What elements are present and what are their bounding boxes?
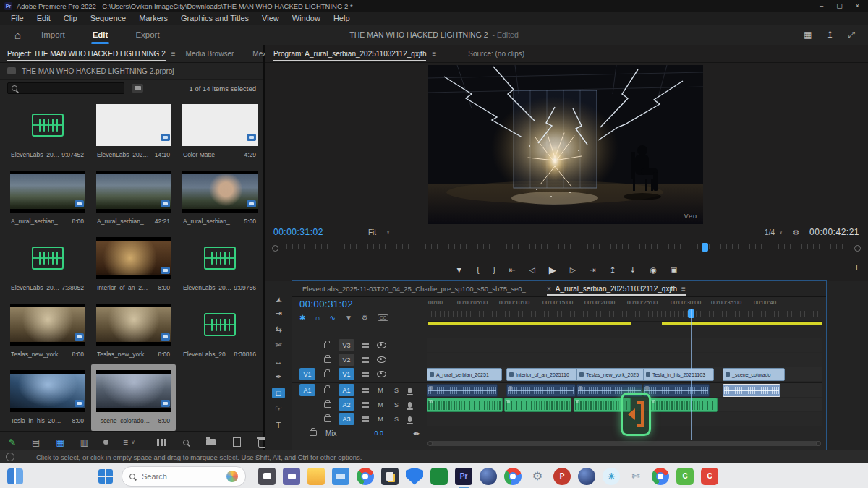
voiceover-record-icon[interactable] — [408, 402, 412, 408]
browser-orb-icon[interactable] — [480, 468, 497, 485]
nest-toggle-icon[interactable]: ✱ — [299, 314, 305, 322]
tab-source[interactable]: Source: (no clips) — [468, 50, 524, 58]
panel-menu-icon[interactable]: ≡ — [171, 50, 176, 58]
close-tab-icon[interactable]: × — [547, 285, 551, 293]
taskbar-search-input[interactable] — [140, 471, 204, 481]
solo-button[interactable]: S — [392, 387, 401, 394]
play-button[interactable]: ▶ — [549, 265, 556, 275]
horizontal-scrollbar[interactable] — [428, 441, 820, 446]
project-item[interactable]: ElevenLabs_2025-... 9:07452 — [5, 98, 90, 165]
playback-resolution-dropdown[interactable]: 1/4∨ — [765, 228, 783, 236]
project-item[interactable]: Color Matte 4:29 — [177, 98, 262, 165]
list-view-icon[interactable]: ▤ — [32, 437, 40, 448]
start-button[interactable] — [98, 469, 113, 484]
audio-clip[interactable] — [643, 384, 710, 397]
wrench-icon[interactable]: ⚙ — [793, 228, 799, 236]
video-clip[interactable]: A_rural_serbian_20251 — [427, 368, 502, 381]
lock-icon[interactable] — [324, 343, 331, 348]
track-target-button[interactable]: V3 — [339, 339, 354, 351]
menu-item[interactable]: Graphics and Titles — [174, 14, 255, 22]
program-panel-menu-icon[interactable]: ≡ — [432, 50, 436, 58]
mute-button[interactable]: M — [376, 387, 385, 394]
go-to-in-button[interactable]: ⇤ — [509, 265, 516, 274]
file-explorer-icon[interactable] — [307, 468, 325, 485]
project-item[interactable]: Tesla_in_his_2025110... 8:00 — [5, 364, 90, 431]
toggle-track-output-icon[interactable] — [377, 356, 386, 363]
solo-button[interactable]: S — [392, 416, 401, 423]
project-item[interactable]: _scene_colorado_2025... 8:00 — [91, 364, 176, 431]
workspace-tab[interactable]: Import — [40, 26, 67, 43]
linked-selection-icon[interactable]: ∿ — [330, 314, 336, 322]
track-target-button[interactable]: A3 — [339, 413, 354, 425]
track-select-forward-tool[interactable]: ⇥ — [272, 308, 285, 319]
tab-project[interactable]: Project: THE MAN WHO HACKED LIGHTNING 2 — [7, 46, 166, 61]
taskbar-search[interactable] — [122, 466, 246, 487]
menu-item[interactable]: Markers — [132, 14, 174, 22]
type-tool[interactable]: T — [272, 419, 285, 430]
red-c-app-icon[interactable]: C — [701, 468, 718, 485]
mix-gain-value[interactable]: 0.0 — [375, 429, 384, 437]
toggle-track-output-icon[interactable] — [377, 342, 386, 348]
voiceover-record-icon[interactable] — [408, 416, 412, 422]
sync-lock-icon[interactable] — [362, 357, 369, 363]
program-scrubber[interactable] — [272, 243, 861, 253]
export-frame-button[interactable]: ◉ — [650, 265, 656, 274]
chrome-icon[interactable] — [357, 468, 374, 485]
workspace-tab[interactable]: Edit — [91, 26, 110, 43]
scrubber-start-handle[interactable] — [272, 245, 278, 252]
time-ruler[interactable]: 00:0000:00:05:0000:00:10:0000:00:15:0000… — [427, 296, 822, 322]
fit-keyframes-icon[interactable]: ◂▸ — [413, 429, 420, 437]
sync-lock-icon[interactable] — [362, 402, 369, 408]
tab-media-browser[interactable]: Media Browser — [186, 50, 234, 58]
captions-icon[interactable]: CC — [378, 314, 388, 321]
project-item[interactable]: A_rural_serbian_2025... 5:00 — [177, 165, 262, 231]
tab-program[interactable]: Program: A_rural_serbian_202511032112_qx… — [273, 46, 426, 61]
project-item[interactable]: ElevenLabs_2025-... 7:38052 — [5, 231, 90, 298]
step-forward-button[interactable]: ▷ — [570, 265, 576, 274]
zoom-level-dropdown[interactable]: Fit∨ — [368, 228, 390, 236]
timeline-timecode[interactable]: 00:00:31:02 — [299, 299, 353, 309]
track-v1-lane[interactable]: A_rural_serbian_20251 Interior_of_an_202… — [427, 367, 822, 381]
source-patch[interactable]: A1 — [299, 384, 315, 396]
lock-icon[interactable] — [310, 430, 317, 436]
track-target-button[interactable]: V2 — [339, 354, 354, 366]
sync-lock-icon[interactable] — [362, 416, 369, 422]
track-target-button[interactable]: A2 — [339, 398, 354, 411]
track-v3-lane[interactable] — [427, 338, 822, 352]
camtasia-icon[interactable]: C — [676, 468, 694, 485]
lock-icon[interactable] — [324, 402, 331, 408]
maximize-button[interactable]: ▢ — [836, 2, 843, 9]
sync-lock-icon[interactable] — [362, 372, 369, 377]
program-preview[interactable]: Veo — [428, 65, 703, 224]
hand-tool[interactable]: ☞ — [272, 403, 285, 414]
premiere-taskbar-icon[interactable]: Pr — [455, 468, 472, 485]
project-item[interactable]: A_rural_serbian_202... 42:21 — [91, 165, 176, 231]
new-item-icon[interactable] — [233, 437, 241, 447]
workspaces-icon[interactable]: ▦ — [804, 30, 812, 40]
brain-app-icon[interactable]: ✳ — [603, 468, 620, 485]
red-p-app-icon[interactable]: P — [553, 468, 571, 485]
lock-icon[interactable] — [324, 372, 331, 377]
find-icon[interactable] — [183, 440, 189, 445]
source-patch[interactable]: V1 — [299, 368, 315, 380]
video-clip[interactable]: Teslas_new_york_2025 — [576, 368, 647, 381]
chrome-icon-3[interactable] — [652, 468, 669, 485]
mark-in-button[interactable]: { — [477, 265, 480, 274]
music-clip[interactable] — [650, 398, 718, 412]
audio-clip[interactable] — [723, 384, 780, 397]
menu-item[interactable]: Edit — [30, 14, 57, 22]
home-icon[interactable]: ⌂ — [14, 29, 21, 41]
add-marker-button[interactable]: ▼ — [456, 265, 463, 274]
timeline-tab-active[interactable]: × A_rural_serbian_202511032112_qxjth ≡ — [547, 282, 686, 296]
freeform-view-icon[interactable]: ▥ — [80, 437, 88, 448]
automate-to-sequence-icon[interactable] — [157, 439, 166, 446]
sort-icon[interactable]: ≡∨ — [123, 437, 135, 448]
track-target-button[interactable]: V1 — [339, 368, 354, 380]
lock-icon[interactable] — [324, 357, 331, 363]
snip-tool-icon[interactable]: ✄ — [627, 468, 644, 485]
project-item[interactable]: ElevenLabs_2025-... 8:30816 — [177, 298, 262, 364]
add-button[interactable]: + — [854, 262, 859, 273]
notepad-icon[interactable] — [381, 468, 399, 485]
video-clip[interactable]: Interior_of_an_2025110 — [506, 368, 580, 381]
fullscreen-icon[interactable]: ⤢ — [848, 30, 855, 40]
